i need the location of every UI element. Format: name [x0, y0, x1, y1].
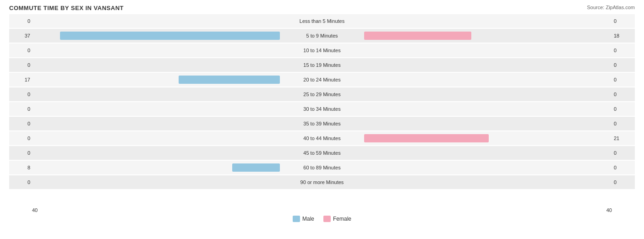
female-bar-container [363, 163, 612, 173]
chart-row: 0 35 to 39 Minutes 0 [9, 117, 635, 130]
left-value: 0 [9, 106, 32, 112]
male-bar-container [32, 45, 281, 55]
row-label: 10 to 14 Minutes [281, 48, 363, 53]
legend-male-box [293, 216, 300, 222]
bars-section: 40 to 44 Minutes [32, 131, 612, 145]
axis-right: 40 [606, 207, 612, 213]
chart-row: 0 45 to 59 Minutes 0 [9, 146, 635, 160]
chart-row: 17 20 to 24 Minutes 0 [9, 73, 635, 87]
row-label: Less than 5 Minutes [281, 18, 363, 24]
legend-female: Female [323, 216, 351, 222]
right-value: 0 [612, 165, 635, 170]
right-value: 0 [612, 48, 635, 53]
bars-section: 10 to 14 Minutes [32, 43, 612, 57]
male-bar [232, 163, 280, 172]
male-bar-container [32, 31, 281, 41]
left-value: 0 [9, 18, 32, 24]
chart-row: 37 5 to 9 Minutes 18 [9, 29, 635, 43]
female-bar-container [363, 133, 612, 143]
right-value: 18 [612, 33, 635, 38]
female-bar-container [363, 45, 612, 55]
male-bar-container [32, 133, 281, 143]
left-value: 8 [9, 165, 32, 170]
bars-section: 25 to 29 Minutes [32, 87, 612, 101]
legend-male: Male [293, 216, 314, 222]
chart-row: 0 15 to 19 Minutes 0 [9, 58, 635, 72]
male-bar-container [32, 104, 281, 114]
right-value: 0 [612, 179, 635, 185]
row-label: 90 or more Minutes [281, 179, 363, 185]
legend-female-box [323, 216, 331, 222]
right-value: 0 [612, 77, 635, 82]
female-bar-container [363, 89, 612, 99]
left-value: 0 [9, 48, 32, 53]
axis-left: 40 [32, 207, 38, 213]
source-label: Source: ZipAtlas.com [587, 5, 635, 10]
right-value: 0 [612, 62, 635, 68]
male-bar-container [32, 148, 281, 158]
chart-row: 0 25 to 29 Minutes 0 [9, 87, 635, 101]
chart-title: COMMUTE TIME BY SEX IN VANSANT [9, 5, 635, 11]
female-bar-container [363, 16, 612, 26]
right-value: 0 [612, 92, 635, 97]
left-value: 0 [9, 121, 32, 126]
row-label: 40 to 44 Minutes [281, 136, 363, 141]
bottom-axis: 40 40 [9, 207, 635, 213]
row-label: 30 to 34 Minutes [281, 106, 363, 112]
row-label: 45 to 59 Minutes [281, 150, 363, 156]
female-bar-container [363, 148, 612, 158]
chart-container: COMMUTE TIME BY SEX IN VANSANT Source: Z… [0, 0, 644, 239]
male-bar-container [32, 119, 281, 129]
bars-section: 60 to 89 Minutes [32, 161, 612, 174]
chart-area: 0 Less than 5 Minutes 0 37 5 to 9 Minute… [9, 14, 635, 206]
female-bar [364, 134, 489, 142]
chart-row: 0 10 to 14 Minutes 0 [9, 43, 635, 57]
female-bar-container [363, 31, 612, 41]
bars-section: Less than 5 Minutes [32, 14, 612, 28]
right-value: 0 [612, 121, 635, 126]
row-label: 5 to 9 Minutes [281, 33, 363, 38]
chart-row: 8 60 to 89 Minutes 0 [9, 161, 635, 174]
female-bar-container [363, 104, 612, 114]
left-value: 17 [9, 77, 32, 82]
male-bar-container [32, 177, 281, 187]
female-bar [364, 32, 471, 40]
row-label: 20 to 24 Minutes [281, 77, 363, 82]
legend-female-label: Female [333, 216, 351, 222]
bars-section: 90 or more Minutes [32, 175, 612, 189]
female-bar-container [363, 177, 612, 187]
right-value: 0 [612, 150, 635, 156]
female-bar-container [363, 60, 612, 70]
male-bar [60, 32, 280, 40]
bars-section: 35 to 39 Minutes [32, 117, 612, 130]
male-bar-container [32, 75, 281, 85]
left-value: 0 [9, 92, 32, 97]
right-value: 21 [612, 136, 635, 141]
chart-row: 0 40 to 44 Minutes 21 [9, 131, 635, 145]
right-value: 0 [612, 18, 635, 24]
legend: Male Female [9, 216, 635, 222]
male-bar-container [32, 60, 281, 70]
bars-section: 15 to 19 Minutes [32, 58, 612, 72]
male-bar-container [32, 16, 281, 26]
legend-male-label: Male [302, 216, 314, 222]
row-label: 35 to 39 Minutes [281, 121, 363, 126]
left-value: 37 [9, 33, 32, 38]
left-value: 0 [9, 136, 32, 141]
chart-row: 0 Less than 5 Minutes 0 [9, 14, 635, 28]
bars-section: 5 to 9 Minutes [32, 29, 612, 43]
bars-section: 20 to 24 Minutes [32, 73, 612, 87]
female-bar-container [363, 119, 612, 129]
male-bar-container [32, 163, 281, 173]
right-value: 0 [612, 106, 635, 112]
left-value: 0 [9, 179, 32, 185]
left-value: 0 [9, 62, 32, 68]
row-label: 15 to 19 Minutes [281, 62, 363, 68]
chart-row: 0 90 or more Minutes 0 [9, 175, 635, 189]
bars-section: 30 to 34 Minutes [32, 102, 612, 116]
bars-section: 45 to 59 Minutes [32, 146, 612, 160]
female-bar-container [363, 75, 612, 85]
chart-row: 0 30 to 34 Minutes 0 [9, 102, 635, 116]
male-bar [179, 76, 280, 84]
male-bar-container [32, 89, 281, 99]
